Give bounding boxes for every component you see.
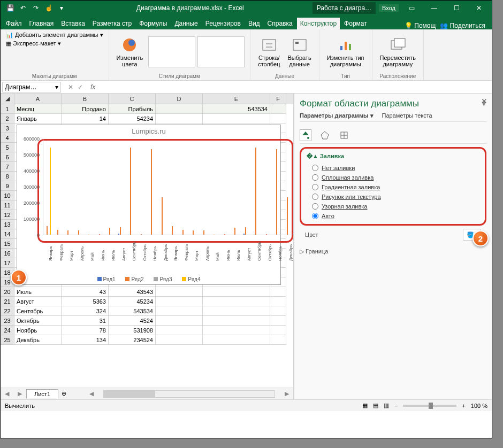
move-chart-button[interactable]: Переместить диаграмму (378, 35, 418, 68)
tab-page-layout[interactable]: Разметка стр (89, 18, 135, 29)
pane-close-icon[interactable]: ✕ (481, 97, 487, 105)
hscroll-right-icon[interactable]: ▶ (280, 390, 293, 397)
pane-tab-chart-options[interactable]: Параметры диаграммы ▾ (300, 112, 374, 119)
hscroll-left-icon[interactable]: ◀ (85, 390, 98, 397)
ribbon-options-icon[interactable]: ▭ (402, 1, 421, 16)
enter-icon[interactable]: ✓ (78, 83, 83, 91)
row-header[interactable]: 25 (1, 335, 14, 345)
row-header[interactable]: 7 (1, 162, 14, 172)
name-box[interactable]: Диаграм…▾ (2, 82, 61, 92)
row-header[interactable]: 9 (1, 181, 14, 191)
row-header[interactable]: 23 (1, 316, 14, 326)
row-header[interactable]: 21 (1, 297, 14, 306)
redo-icon[interactable]: ↷ (32, 4, 40, 12)
tab-formulas[interactable]: Формулы (136, 18, 170, 29)
col-header[interactable]: E (203, 94, 270, 104)
change-colors-button[interactable]: Изменить цвета (115, 35, 146, 68)
view-normal-icon[interactable]: ▦ (362, 402, 368, 409)
chart-style-thumb[interactable] (148, 36, 195, 67)
change-chart-type-button[interactable]: Изменить тип диаграммы (325, 35, 367, 68)
border-section-header[interactable]: ▷ Граница (300, 248, 486, 255)
sheet-nav-prev-icon[interactable]: ◀ (1, 390, 13, 397)
sheet-nav-next-icon[interactable]: ▶ (13, 390, 26, 397)
tab-home[interactable]: Главная (26, 18, 57, 29)
cancel-icon[interactable]: ✕ (68, 83, 73, 91)
row-header[interactable]: 6 (1, 152, 14, 162)
col-header[interactable]: B (62, 94, 109, 104)
row-header[interactable]: 13 (1, 220, 14, 229)
row-header[interactable]: 24 (1, 326, 14, 335)
tab-insert[interactable]: Вставка (58, 18, 88, 29)
table-row[interactable]: 22 Сентябрь 324 543534 (1, 306, 293, 316)
row-header[interactable]: 20 (1, 287, 14, 297)
tab-file[interactable]: Файл (3, 18, 25, 29)
formula-input[interactable] (97, 86, 492, 88)
table-row[interactable]: 20 Июль 43 43543 (1, 287, 293, 297)
effects-icon[interactable] (319, 129, 331, 141)
sheet-tab[interactable]: Лист1 (26, 389, 58, 398)
save-icon[interactable]: 💾 (6, 4, 14, 12)
col-header[interactable]: F (270, 94, 286, 104)
select-all-corner[interactable]: ◢ (1, 94, 14, 104)
zoom-level[interactable]: 100 % (471, 403, 487, 409)
tab-data[interactable]: Данные (171, 18, 201, 29)
row-header[interactable]: 2 (1, 114, 14, 123)
close-icon[interactable]: ✕ (469, 1, 489, 16)
row-header[interactable]: 10 (1, 191, 14, 200)
maximize-icon[interactable]: ☐ (447, 1, 466, 16)
col-header[interactable]: A (14, 94, 62, 104)
tab-design[interactable]: Конструктор (297, 18, 340, 29)
chart-style-thumb[interactable] (197, 36, 245, 67)
fill-solid-radio[interactable]: Сплошная заливка (307, 173, 479, 182)
col-header[interactable]: D (156, 94, 203, 104)
size-properties-icon[interactable] (338, 129, 350, 141)
tab-view[interactable]: Вид (245, 18, 263, 29)
tab-help[interactable]: Справка (264, 18, 296, 29)
row-header[interactable]: 4 (1, 133, 14, 143)
hscroll-thumb[interactable] (104, 391, 155, 397)
row-header[interactable]: 14 (1, 229, 14, 239)
row-header[interactable]: 16 (1, 249, 14, 258)
add-sheet-button[interactable]: ⊕ (58, 390, 69, 397)
col-header[interactable]: C (109, 94, 156, 104)
embedded-chart[interactable]: Lumpics.ru 01000002000003000004000005000… (17, 125, 281, 285)
view-page-break-icon[interactable]: ▥ (384, 402, 389, 409)
zoom-thumb[interactable] (429, 403, 433, 409)
login-button[interactable]: Вход (379, 4, 399, 12)
switch-row-column-button[interactable]: Строка/ столбец (256, 35, 282, 68)
fill-line-icon[interactable] (300, 129, 311, 141)
row-header[interactable]: 17 (1, 258, 14, 268)
fill-gradient-radio[interactable]: Градиентная заливка (307, 182, 479, 192)
zoom-out-icon[interactable]: − (394, 403, 398, 409)
row-header[interactable]: 11 (1, 200, 14, 210)
zoom-slider[interactable] (403, 405, 456, 407)
minimize-icon[interactable]: — (424, 1, 444, 16)
pane-tab-text-options[interactable]: Параметры текста (382, 112, 432, 119)
add-chart-element-button[interactable]: 📊 Добавить элемент диаграммы ▾ (6, 32, 103, 38)
table-row[interactable]: 21 Август 5363 45234 (1, 297, 293, 306)
row-header[interactable]: 5 (1, 143, 14, 152)
hscroll-track[interactable] (103, 390, 275, 398)
tab-review[interactable]: Рецензиров (202, 18, 244, 29)
qat-dropdown-icon[interactable]: ▾ (57, 4, 66, 12)
row-header[interactable]: 15 (1, 239, 14, 249)
fill-none-radio[interactable]: Нет заливки (307, 163, 479, 173)
share-button[interactable]: 👥 Поделиться (440, 22, 485, 29)
chart-styles-gallery[interactable] (148, 36, 245, 67)
fill-auto-radio[interactable]: Авто (307, 211, 479, 221)
quick-layout-button[interactable]: ▦ Экспресс-макет ▾ (6, 40, 61, 47)
table-row[interactable]: 2 Январь 14 54234 (1, 114, 293, 123)
fill-section-header[interactable]: �▲ Заливка (307, 153, 479, 160)
table-row[interactable]: 1 Месяц Продано Прибыль 543534 (1, 104, 293, 114)
undo-icon[interactable]: ↶ (19, 4, 27, 12)
table-row[interactable]: 24 Ноябрь 78 531908 (1, 326, 293, 335)
table-row[interactable]: 23 Октябрь 31 4524 (1, 316, 293, 326)
table-row[interactable]: 25 Декабрь 134 234524 (1, 335, 293, 345)
row-header[interactable]: 12 (1, 210, 14, 220)
fill-pattern-radio[interactable]: Узорная заливка (307, 202, 479, 211)
touch-icon[interactable]: ☝ (44, 4, 53, 12)
tab-format[interactable]: Формат (341, 18, 370, 29)
fill-picture-radio[interactable]: Рисунок или текстура (307, 192, 479, 202)
zoom-in-icon[interactable]: + (462, 403, 465, 409)
row-header[interactable]: 1 (1, 104, 14, 114)
